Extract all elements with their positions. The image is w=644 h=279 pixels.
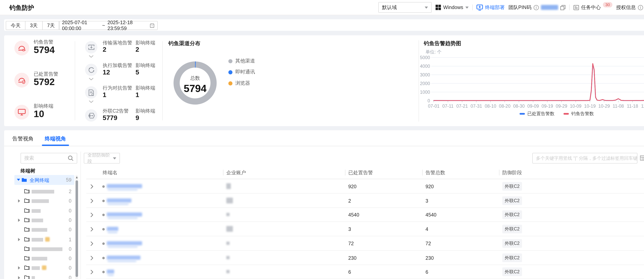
donut-legend-item[interactable]: 其他渠道 [228, 58, 255, 65]
row-expand-icon[interactable] [90, 270, 94, 274]
table-row[interactable]: 920920外联C2 [86, 179, 644, 194]
col-terminal-name: 终端名 [103, 169, 118, 176]
tree-scrollbar-thumb[interactable] [76, 180, 78, 277]
terminal-name-redacted[interactable] [107, 198, 132, 202]
tree-node[interactable]: 0 [14, 254, 74, 264]
handled-alert-count: 230 [348, 255, 356, 261]
domain-select[interactable]: 默认域 [378, 2, 432, 12]
table-row[interactable]: 34外联C2 [86, 222, 644, 236]
license-info[interactable]: 授权信息 [616, 4, 643, 11]
status-dot [102, 214, 105, 216]
table-row[interactable]: 230230外联C2 [86, 250, 644, 265]
tree-node-label-redacted [32, 200, 49, 203]
trend-series-phishing [434, 64, 644, 100]
legend-phishing-series[interactable]: 钓鱼告警数 [564, 110, 594, 117]
enterprise-account-redacted [226, 226, 233, 232]
terminal-name-redacted[interactable] [107, 270, 114, 274]
divider [75, 41, 75, 120]
tree-node[interactable]: 1 [14, 235, 74, 244]
donut-legend-item[interactable]: 浏览器 [228, 80, 255, 87]
tab-terminal-view[interactable]: 终端视角 [45, 135, 66, 143]
chevron-down-icon [425, 6, 428, 8]
row-expand-icon[interactable] [90, 227, 94, 232]
expander-right-icon[interactable] [18, 200, 20, 203]
defense-stage-select[interactable]: 全部防御阶段 [84, 153, 120, 164]
range-3day-button[interactable]: 3天 [25, 21, 42, 30]
terminal-subtext-redacted [108, 232, 118, 234]
tree-node[interactable]: 0 [14, 216, 74, 225]
keyword-filter-input[interactable]: 多个关键字用竖线 “|” 分隔，多个过滤标签用回车键分隔 [532, 153, 637, 164]
status-dot [102, 242, 105, 245]
info-icon[interactable] [534, 5, 539, 10]
tree-node[interactable]: 0 [14, 225, 74, 234]
col-defense-stage: 防御阶段 [502, 169, 522, 176]
expander-right-icon[interactable] [18, 276, 20, 279]
tree-search-input[interactable]: 搜索 [20, 153, 78, 164]
os-label: Windows [443, 4, 463, 10]
range-7day-button[interactable]: 7天 [42, 21, 60, 30]
enterprise-account-redacted [226, 213, 230, 216]
legend-label: 钓鱼告警数 [571, 111, 594, 116]
range-today-button[interactable]: 今天 [6, 21, 25, 30]
tree-node[interactable]: 0 [14, 206, 74, 216]
handled-alert-count: 2 [348, 198, 351, 204]
tree-node[interactable]: 2 [14, 187, 74, 196]
os-switcher[interactable]: Windows [436, 4, 468, 10]
donut-legend-item[interactable]: 即时通讯 [228, 68, 255, 76]
expander-right-icon[interactable] [18, 238, 20, 241]
calendar-icon [150, 22, 154, 28]
terminal-name-redacted[interactable] [107, 256, 140, 260]
scroll-up-icon[interactable] [76, 176, 78, 178]
task-list-icon [573, 5, 579, 10]
tree-node[interactable]: 0 [14, 273, 74, 279]
chain-value: 5779 [103, 114, 117, 122]
table-row[interactable]: 23外联C2 [86, 193, 644, 208]
tree-node-label-redacted [32, 257, 47, 260]
legend-swatch [228, 81, 232, 85]
row-expand-icon[interactable] [90, 198, 94, 203]
table-row[interactable]: 45404540外联C2 [86, 208, 644, 222]
x-axis-tick-label: 10-29 [598, 104, 610, 109]
row-expand-icon[interactable] [90, 256, 94, 260]
col-enterprise-account: 企业账户 [226, 169, 246, 176]
chain-affected-label: 影响终端 [136, 108, 155, 115]
divider [162, 41, 162, 120]
defense-stage-badge: 外联C2 [502, 253, 522, 262]
license-label: 授权信息 [616, 4, 636, 11]
table-row[interactable]: 7272外联C2 [86, 236, 644, 250]
task-center-link[interactable]: 任务中心 30 [573, 4, 612, 11]
status-dot [102, 256, 105, 259]
row-expand-icon[interactable] [90, 184, 94, 189]
row-expand-icon[interactable] [90, 241, 94, 246]
expander-down-icon[interactable] [17, 179, 20, 181]
row-expand-icon[interactable] [90, 212, 94, 218]
terminal-name-redacted[interactable] [107, 241, 142, 245]
team-pin-value-redacted [541, 5, 558, 10]
terminal-name-redacted[interactable] [107, 184, 142, 188]
date-range-picker[interactable]: 2025-07-01 00:00:00 ~ 2025-12-18 23:59:5… [59, 21, 158, 30]
folder-icon [24, 275, 30, 279]
tree-node[interactable]: 0 [14, 264, 74, 273]
x-axis-tick-label: 07-11 [442, 104, 454, 109]
expander-right-icon[interactable] [18, 218, 20, 222]
terminal-tree-title: 终端树 [20, 168, 35, 175]
tag-badge [45, 237, 50, 242]
terminal-name-redacted[interactable] [107, 227, 118, 231]
terminal-deploy-link[interactable]: 终端部署 [476, 4, 504, 11]
terminal-name-redacted[interactable] [107, 212, 142, 217]
expander-right-icon[interactable] [18, 266, 20, 270]
defense-stage-badge: 外联C2 [502, 182, 522, 190]
chain-affected-label: 影响终端 [136, 40, 155, 46]
y-axis-tick-label: 0 [428, 98, 430, 103]
copy-icon[interactable] [560, 5, 566, 10]
tree-node[interactable]: 0 [14, 196, 74, 206]
legend-handled-series[interactable]: 已处置告警数 [520, 110, 554, 117]
total-alert-count: 230 [426, 255, 434, 261]
tree-node[interactable]: 0 [14, 244, 74, 254]
tree-node-all-terminals[interactable]: 全网终端 59 [14, 175, 74, 185]
table-row[interactable]: 66外联C2 [86, 265, 644, 279]
handled-alert-count: 4540 [348, 212, 359, 218]
column-settings-icon[interactable] [640, 155, 644, 160]
tab-alert-view[interactable]: 告警视角 [12, 135, 34, 143]
chain-affected-label: 影响终端 [136, 85, 155, 92]
